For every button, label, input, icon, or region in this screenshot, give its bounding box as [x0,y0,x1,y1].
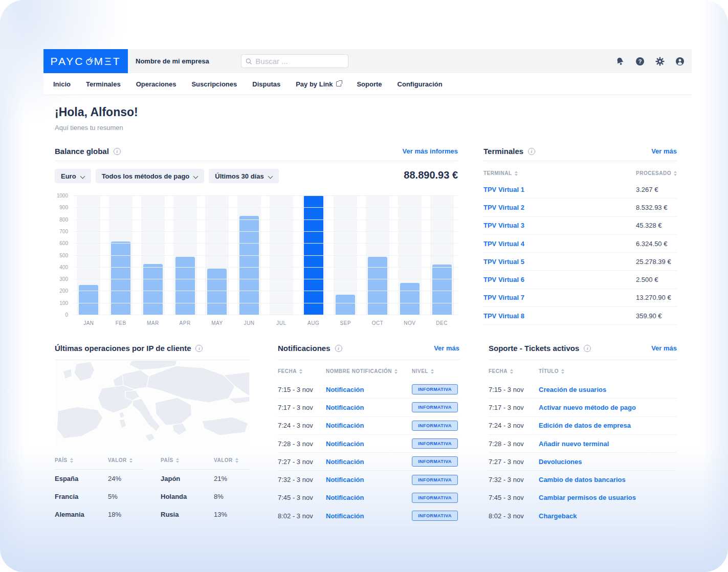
ticket-link[interactable]: Cambiar permisos de usuarios [539,494,636,501]
terminal-link[interactable]: TPV Virtual 6 [483,276,524,283]
terminal-link[interactable]: TPV Virtual 2 [483,204,524,211]
terminal-link[interactable]: TPV Virtual 4 [483,240,524,248]
notification-link[interactable]: Notificación [326,404,364,411]
nav-item-configuraci-n[interactable]: Configuración [398,80,443,88]
terminal-link[interactable]: TPV Virtual 7 [483,294,524,301]
sort-icon[interactable] [561,369,565,374]
notification-row: 7:24 - 3 novNotificaciónINFORMATIVA [278,417,459,435]
ticket-link[interactable]: Cambio de datos bancarios [539,476,626,483]
help-icon[interactable]: ? [635,57,645,66]
terminal-link[interactable]: TPV Virtual 8 [483,312,524,320]
ticket-link[interactable]: Añadir nuevo terminal [539,440,609,448]
country-value: 13% [214,511,227,518]
info-icon[interactable]: i [528,148,535,155]
payment-methods-dropdown[interactable]: Todos los métodos de pago [96,169,205,183]
column-header-t-tulo: TÍTULO [539,368,565,374]
terminals-view-more-link[interactable]: Ver más [651,147,677,155]
gear-icon[interactable] [655,57,665,66]
ticket-link[interactable]: Chargeback [539,512,577,520]
ticket-row: 7:15 - 3 novCreación de usuarios [489,381,677,399]
ticket-link[interactable]: Activar nuevo método de pago [539,404,636,411]
ticket-link[interactable]: Edición de datos de empresa [539,422,631,429]
nav-item-pay-by-link[interactable]: Pay by Link [296,80,341,88]
nav-item-operaciones[interactable]: Operaciones [136,80,177,88]
info-icon[interactable]: i [195,345,203,352]
level-badge: INFORMATIVA [412,384,458,394]
column-header-pa-s: PAÍS [161,457,180,463]
support-view-more-link[interactable]: Ver más [651,344,677,352]
sort-icon[interactable] [235,458,239,463]
ticket-row: 7:45 - 3 novCambiar permisos de usuarios [489,489,677,507]
country-value: 21% [214,475,227,482]
nav-item-terminales[interactable]: Terminales [86,80,121,88]
column-header-pa-s: PAÍS [55,457,74,463]
y-tick-label: 0 [65,312,68,318]
search-box[interactable] [241,54,348,68]
table-row: TPV Virtual 8359.90 € [483,307,677,325]
sort-icon[interactable] [431,369,434,374]
table-row: Holanda8% [161,488,250,505]
period-dropdown[interactable]: Últimos 30 días [209,169,278,183]
nav-item-disputas[interactable]: Disputas [252,80,280,88]
y-tick-label: 200 [59,288,68,294]
level-badge: INFORMATIVA [412,456,458,467]
processed-amount: 13.270.90 € [636,294,671,301]
terminal-link[interactable]: TPV Virtual 1 [483,186,524,193]
sort-icon[interactable] [299,369,303,374]
notification-link[interactable]: Notificación [326,458,364,466]
notification-row: 7:32 - 3 novNotificaciónINFORMATIVA [278,471,459,489]
user-icon[interactable] [675,57,685,66]
sort-icon[interactable] [70,458,74,463]
info-icon[interactable]: i [114,148,121,155]
paycomet-logo[interactable]: PAYC MΞT [43,49,128,73]
y-tick-label: 900 [59,205,68,210]
terminal-link[interactable]: TPV Virtual 5 [483,258,524,266]
gridline [73,219,458,220]
notifications-rows: 7:15 - 3 novNotificaciónINFORMATIVA7:17 … [278,381,459,525]
sort-icon[interactable] [515,171,518,176]
y-tick-label: 400 [59,264,68,270]
gridline [73,255,458,256]
divider [55,360,250,360]
page-title: ¡Hola, Alfonso! [55,105,138,119]
chart-y-axis: 01002003004005006007008009001000 [55,195,68,315]
operations-by-ip-panel: Últimas operaciones por IP de cliente i [55,344,250,525]
info-icon[interactable]: i [584,345,591,352]
bell-icon[interactable] [615,57,625,66]
nav-item-suscripciones[interactable]: Suscripciones [191,80,237,88]
sort-icon[interactable] [176,458,180,463]
notification-link[interactable]: Notificación [326,476,364,483]
chart-bar-oct [368,257,387,315]
notification-link[interactable]: Notificación [326,440,364,448]
sort-icon[interactable] [394,369,398,374]
ticket-link[interactable]: Devoluciones [539,458,582,466]
info-icon[interactable]: i [335,345,342,352]
sort-icon[interactable] [674,171,677,176]
notification-row: 7:45 - 3 novNotificaciónINFORMATIVA [278,489,459,507]
x-tick-label: JUN [233,320,266,326]
balance-total: 88.890.93 € [404,169,458,181]
sort-icon[interactable] [129,458,133,463]
ticket-row: 7:28 - 3 novAñadir nuevo terminal [489,435,677,453]
ticket-link[interactable]: Creación de usuarios [539,386,606,393]
gridline [73,195,458,196]
chart-bar-may [207,269,227,315]
search-input[interactable] [255,57,343,65]
balance-bar-chart: 01002003004005006007008009001000 JANFEBM… [55,195,458,327]
processed-amount: 8.532.93 € [636,204,667,211]
notification-link[interactable]: Notificación [326,494,364,501]
notifications-view-more-link[interactable]: Ver más [434,344,459,352]
currency-dropdown[interactable]: Euro [55,169,91,183]
nav-item-soporte[interactable]: Soporte [357,80,382,88]
terminal-link[interactable]: TPV Virtual 3 [483,222,524,229]
column-label: NOMBRE NOTIFICACIÓN [326,368,392,374]
nav-item-inicio[interactable]: Inicio [53,80,71,88]
notification-link[interactable]: Notificación [326,512,364,520]
sort-icon[interactable] [510,369,514,374]
notification-link[interactable]: Notificación [326,422,364,429]
notification-date: 7:17 - 3 nov [278,404,313,411]
view-more-reports-link[interactable]: Ver más informes [403,147,458,155]
y-tick-label: 700 [59,228,68,234]
company-name: Nombre de mi empresa [136,57,209,65]
notification-link[interactable]: Notificación [326,386,364,393]
